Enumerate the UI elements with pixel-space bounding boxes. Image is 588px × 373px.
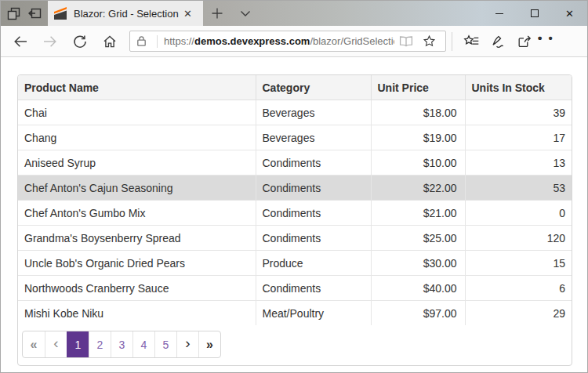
- grid-cell: 13: [465, 150, 572, 176]
- grid-cell: Produce: [256, 251, 371, 276]
- grid-cell: Beverages: [256, 100, 371, 125]
- devexpress-favicon: [54, 7, 67, 20]
- grid-cell: Condiments: [256, 201, 371, 226]
- tab-title: Blazor: Grid - Selection: [74, 8, 179, 20]
- forward-button[interactable]: [35, 27, 65, 56]
- more-options-icon[interactable]: • • •: [538, 27, 564, 56]
- grid-cell: $19.00: [371, 125, 465, 150]
- titlebar-drag-area: [260, 1, 481, 26]
- share-icon[interactable]: [511, 27, 538, 56]
- browser-window: Blazor: Grid - Selection ✕ ✕: [0, 0, 588, 373]
- table-row[interactable]: Uncle Bob's Organic Dried PearsProduce$3…: [18, 251, 572, 276]
- pager-prev-button[interactable]: ‹: [45, 331, 67, 357]
- address-separator: [157, 35, 158, 48]
- grid-cell: $97.00: [371, 301, 465, 326]
- grid-cell: Mishi Kobe Niku: [18, 301, 256, 326]
- table-row[interactable]: Chef Anton's Gumbo MixCondiments$21.000: [18, 201, 572, 226]
- lock-icon: [135, 35, 151, 47]
- table-row[interactable]: Aniseed SyrupCondiments$10.0013: [18, 150, 572, 176]
- grid-cell: $25.00: [371, 226, 465, 251]
- grid-cell: Condiments: [256, 176, 371, 201]
- pager-page-2[interactable]: 2: [89, 331, 111, 357]
- grid-cell: $18.00: [371, 100, 465, 125]
- grid-cell: Northwoods Cranberry Sauce: [18, 276, 256, 301]
- refresh-button[interactable]: [65, 27, 95, 56]
- pager-last-button[interactable]: »: [198, 331, 220, 357]
- table-row[interactable]: Northwoods Cranberry SauceCondiments$40.…: [18, 276, 572, 301]
- url-domain: demos.devexpress.com: [194, 35, 310, 47]
- grid-cell: Uncle Bob's Organic Dried Pears: [18, 251, 256, 276]
- url-path: /blazor/GridSelection: [310, 35, 394, 47]
- table-header-row: Product Name Category Unit Price Units I…: [18, 75, 572, 100]
- close-button[interactable]: ✕: [552, 1, 587, 26]
- pager-area: «‹12345›»: [18, 325, 572, 365]
- pager-page-3[interactable]: 3: [111, 331, 132, 357]
- column-header-unit-price[interactable]: Unit Price: [371, 75, 465, 100]
- pager-page-1[interactable]: 1: [67, 331, 89, 357]
- home-button[interactable]: [95, 27, 125, 56]
- toolbar-divider: [452, 32, 452, 51]
- grid-cell: 6: [465, 276, 572, 301]
- set-tabs-aside-icon[interactable]: [27, 7, 42, 20]
- grid-cell: Chef Anton's Cajun Seasoning: [18, 176, 256, 201]
- grid-cell: Grandma's Boysenberry Spread: [18, 226, 256, 251]
- page-content: Product Name Category Unit Price Units I…: [1, 57, 587, 373]
- table-row[interactable]: ChaiBeverages$18.0039: [18, 100, 572, 125]
- column-header-units-in-stock[interactable]: Units In Stock: [465, 75, 572, 100]
- reading-view-icon[interactable]: [394, 35, 418, 47]
- minimize-button[interactable]: [481, 1, 517, 26]
- grid-cell: Meat/Poultry: [256, 301, 371, 326]
- grid-cell: 29: [465, 301, 572, 326]
- grid-cell: 17: [465, 125, 572, 150]
- table-row[interactable]: Grandma's Boysenberry SpreadCondiments$2…: [18, 226, 572, 251]
- grid-cell: Chef Anton's Gumbo Mix: [18, 201, 256, 226]
- grid-cell: $22.00: [371, 176, 465, 201]
- tab-preview-icon[interactable]: [7, 7, 20, 20]
- tab-actions-area: [1, 1, 48, 26]
- pager-first-button[interactable]: «: [23, 331, 45, 357]
- grid-cell: $21.00: [371, 201, 465, 226]
- window-controls: ✕: [481, 1, 587, 26]
- close-icon: ✕: [565, 9, 574, 19]
- grid-cell: Condiments: [256, 226, 371, 251]
- grid-cell: 39: [465, 100, 572, 125]
- pager-next-button[interactable]: ›: [176, 331, 198, 357]
- column-header-product-name[interactable]: Product Name: [18, 75, 256, 100]
- grid-cell: Condiments: [256, 150, 371, 176]
- table-row[interactable]: Chef Anton's Cajun SeasoningCondiments$2…: [18, 176, 572, 201]
- title-bar: Blazor: Grid - Selection ✕ ✕: [1, 1, 587, 26]
- grid-body: ChaiBeverages$18.0039ChangBeverages$19.0…: [18, 100, 572, 326]
- url-scheme: https://: [164, 35, 194, 47]
- grid-cell: Beverages: [256, 125, 371, 150]
- products-table: Product Name Category Unit Price Units I…: [18, 75, 572, 325]
- table-row[interactable]: ChangBeverages$19.0017: [18, 125, 572, 150]
- grid-cell: $10.00: [371, 150, 465, 176]
- grid-cell: Condiments: [256, 276, 371, 301]
- pager-page-5[interactable]: 5: [154, 331, 176, 357]
- grid-cell: $30.00: [371, 251, 465, 276]
- pager-page-4[interactable]: 4: [132, 331, 154, 357]
- url-text: https://demos.devexpress.com/blazor/Grid…: [164, 35, 394, 47]
- web-notes-pen-icon[interactable]: [485, 27, 511, 56]
- tab-close-icon[interactable]: ✕: [179, 6, 197, 21]
- browser-tab[interactable]: Blazor: Grid - Selection ✕: [48, 1, 203, 26]
- table-row[interactable]: Mishi Kobe NikuMeat/Poultry$97.0029: [18, 301, 572, 326]
- grid-cell: Chang: [18, 125, 256, 150]
- data-grid: Product Name Category Unit Price Units I…: [17, 74, 572, 366]
- grid-cell: 120: [465, 226, 572, 251]
- favorites-hub-icon[interactable]: [458, 27, 485, 56]
- minimize-icon: [495, 13, 503, 14]
- pager: «‹12345›»: [22, 331, 221, 358]
- column-header-category[interactable]: Category: [256, 75, 371, 100]
- maximize-button[interactable]: [517, 1, 552, 26]
- grid-cell: Aniseed Syrup: [18, 150, 256, 176]
- new-tab-button[interactable]: [203, 1, 231, 26]
- maximize-icon: [531, 9, 539, 17]
- tab-list-chevron-icon[interactable]: [231, 1, 260, 26]
- browser-toolbar: https://demos.devexpress.com/blazor/Grid…: [1, 26, 587, 57]
- grid-cell: 53: [465, 176, 572, 201]
- add-favorite-star-icon[interactable]: [418, 34, 441, 48]
- back-button[interactable]: [5, 27, 35, 56]
- ellipsis-glyph: • • •: [538, 38, 564, 44]
- address-bar[interactable]: https://demos.devexpress.com/blazor/Grid…: [129, 31, 446, 52]
